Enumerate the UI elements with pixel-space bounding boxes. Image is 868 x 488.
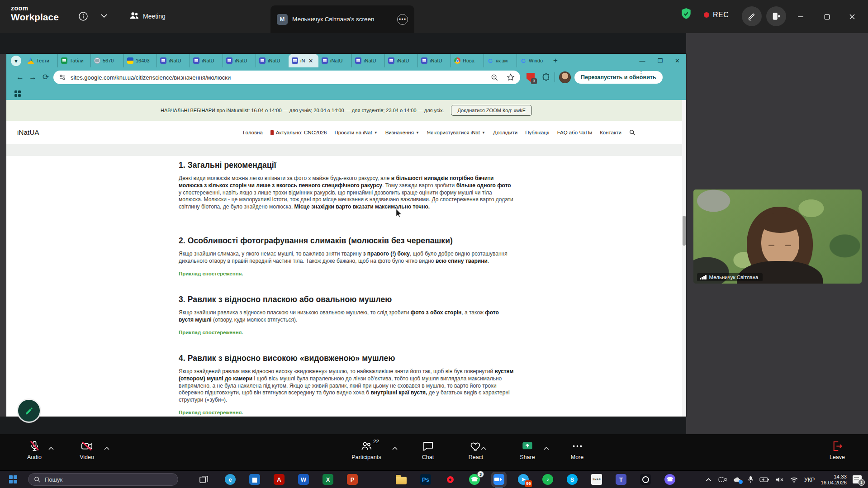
browser-tab[interactable]: iNatU [318, 54, 351, 67]
video-button[interactable]: Video [66, 434, 107, 460]
shared-screen-tab[interactable]: M Мельничук Світлана's screen ••• [270, 5, 414, 33]
annotation-pencil-button[interactable] [18, 400, 40, 422]
browser-tab[interactable]: Gяк зм [484, 54, 517, 67]
tray-chevron-up-icon[interactable] [705, 478, 712, 482]
back-icon[interactable]: ← [16, 73, 24, 82]
browser-tab[interactable]: Нова [451, 54, 484, 67]
browser-tab[interactable]: Табли [57, 54, 90, 67]
folder-icon[interactable] [395, 474, 407, 485]
participants-button[interactable]: 22 Participants [346, 434, 387, 460]
annotate-pencil-button[interactable] [742, 6, 762, 26]
volume-muted-icon[interactable] [775, 476, 784, 483]
share-options-chevron-icon[interactable] [543, 444, 550, 452]
zoom-page-icon[interactable] [491, 74, 498, 81]
nav-item[interactable]: Контакти [600, 130, 621, 135]
nav-item[interactable]: Дослідити [493, 130, 517, 135]
spotify-icon[interactable]: ♪ [542, 474, 554, 485]
url-text[interactable]: sites.google.com/knu.ua/citizenscience/в… [71, 74, 491, 81]
minimize-button[interactable] [794, 10, 807, 24]
nav-item[interactable]: Як користуватися iNat▼ [427, 130, 485, 135]
meeting-tab-label[interactable]: Meeting [143, 13, 166, 20]
onedrive-cloud-icon[interactable] [733, 476, 742, 483]
extensions-puzzle-icon[interactable] [542, 73, 550, 84]
profile-avatar[interactable] [559, 71, 571, 83]
browser-tab-active[interactable]: iN✕ [289, 54, 318, 67]
nav-item[interactable]: Актуально: CNC2026 [270, 130, 327, 135]
example-observation-link[interactable]: Приклад спостереження. [179, 330, 514, 335]
obs-icon[interactable] [640, 474, 651, 485]
close-button[interactable] [845, 10, 859, 24]
share-button[interactable]: Share [507, 434, 548, 460]
edge-icon[interactable]: e [224, 474, 236, 485]
apps-grid-icon[interactable] [14, 90, 21, 97]
chat-button[interactable]: Chat [408, 434, 448, 460]
browser-tab[interactable]: iNatU [384, 54, 417, 67]
tab-close-icon[interactable]: ✕ [308, 57, 313, 64]
chrome-restore-icon[interactable]: ❐ [657, 57, 663, 64]
whatsapp-icon[interactable]: ☎3 [469, 474, 480, 485]
acrobat-icon[interactable]: A [273, 474, 285, 485]
forward-icon[interactable]: → [29, 73, 37, 82]
browser-tab[interactable]: iNatU [190, 54, 223, 67]
browser-tab[interactable]: iNatU [157, 54, 190, 67]
teams-icon[interactable]: T [615, 474, 627, 485]
leave-button[interactable]: Leave [817, 434, 858, 460]
viber-icon[interactable]: ☎ [664, 474, 676, 485]
taskbar-search[interactable]: Пошук [28, 473, 178, 486]
screencast-icon[interactable] [718, 476, 727, 483]
reload-icon[interactable]: ⟳ [43, 73, 49, 82]
browser-tab[interactable]: 5670 [90, 54, 123, 67]
notification-center-icon[interactable]: 1 [853, 475, 863, 484]
page-scrollbar[interactable] [682, 100, 686, 417]
skype-icon[interactable]: S [566, 474, 578, 485]
tab-options-ellipsis-icon[interactable]: ••• [397, 14, 408, 25]
browser-tab[interactable]: iNatU [256, 54, 289, 67]
task-view-icon[interactable] [199, 475, 209, 486]
tab-search-chevron-icon[interactable]: ▼ [11, 56, 21, 66]
new-tab-button[interactable]: + [553, 56, 558, 65]
telegram-icon[interactable]: ➤96 [517, 474, 529, 485]
site-settings-tune-icon[interactable] [59, 74, 66, 81]
chrome-minimize-icon[interactable]: — [639, 57, 645, 64]
wifi-icon[interactable] [790, 477, 798, 483]
react-button[interactable]: React [455, 434, 496, 460]
video-options-chevron-icon[interactable] [104, 444, 110, 452]
nav-item[interactable]: Головна [243, 130, 263, 135]
site-search-icon[interactable] [629, 129, 636, 136]
nav-item[interactable]: Визначення▼ [385, 130, 419, 135]
excel-icon[interactable]: X [322, 474, 334, 485]
scrollbar-thumb[interactable] [683, 216, 686, 246]
opera-icon[interactable] [444, 474, 456, 485]
maximize-button[interactable] [820, 10, 834, 24]
chrome-menu-kebab-icon[interactable]: ⋮ [638, 72, 643, 76]
browser-tab[interactable]: iNatU [223, 54, 256, 67]
security-shield-icon[interactable] [680, 8, 692, 20]
chrome-icon[interactable] [371, 474, 383, 485]
participant-video-tile[interactable]: Мельничук Світлана [693, 190, 862, 284]
site-logo[interactable]: iNatUA [17, 128, 39, 136]
browser-tab[interactable]: GWindo [517, 54, 550, 67]
join-zoom-button[interactable]: Доєднатися ZOOM Код: xwkE [451, 105, 532, 116]
info-icon[interactable] [78, 11, 89, 22]
battery-icon[interactable] [759, 477, 769, 483]
address-bar[interactable]: sites.google.com/knu.ua/citizenscience/в… [53, 71, 520, 84]
nav-item[interactable]: FAQ або ЧаПи [557, 130, 593, 135]
word-icon[interactable]: W [298, 474, 309, 485]
audio-options-chevron-icon[interactable] [48, 444, 54, 452]
start-button[interactable] [9, 475, 17, 483]
more-button[interactable]: More [557, 434, 598, 460]
powerpoint-icon[interactable]: P [346, 474, 358, 485]
browser-tab[interactable]: 16403 [123, 54, 157, 67]
bookmark-star-icon[interactable] [507, 73, 515, 81]
nav-item[interactable]: Проєкти на iNat▼ [334, 130, 377, 135]
browser-tab[interactable]: iNatU [351, 54, 384, 67]
chevron-down-icon[interactable] [100, 14, 108, 18]
photoshop-icon[interactable]: Ps [420, 474, 432, 485]
browser-tab[interactable]: iNatU [417, 54, 451, 67]
store-icon[interactable]: ▦ [249, 474, 261, 485]
chrome-close-icon[interactable]: ✕ [675, 57, 680, 64]
snap-icon[interactable]: SNAP [591, 474, 602, 485]
react-options-chevron-icon[interactable] [480, 444, 487, 452]
example-observation-link[interactable]: Приклад спостереження. [179, 410, 514, 415]
nav-item[interactable]: Публікації [525, 130, 550, 135]
